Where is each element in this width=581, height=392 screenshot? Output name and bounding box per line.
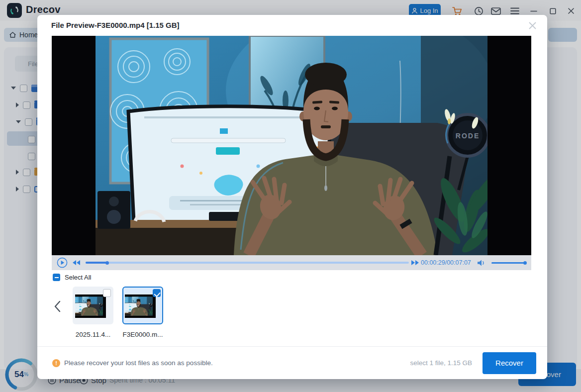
- volume-icon[interactable]: [478, 260, 485, 266]
- player-controls: 00:00:29/00:07:07: [52, 255, 531, 270]
- volume-slider[interactable]: [491, 262, 525, 264]
- forward-button[interactable]: [411, 260, 419, 265]
- thumbnail-filename: F3E0000.m...: [118, 331, 168, 338]
- thumbnail-checkbox[interactable]: [153, 289, 161, 297]
- time-display: 00:00:29/00:07:07: [421, 259, 476, 266]
- dialog-close-icon[interactable]: [526, 19, 539, 32]
- thumbnail-checkbox[interactable]: [103, 289, 111, 297]
- dialog-footer: Please recover your lost files as soon a…: [37, 346, 547, 379]
- video-preview[interactable]: [52, 36, 531, 255]
- thumbnail-image: [75, 294, 106, 318]
- app-window: Drecov Log In: [0, 0, 581, 392]
- selection-summary: select 1 file, 1.15 GB: [410, 359, 472, 367]
- carousel-prev-icon[interactable]: [52, 300, 62, 313]
- thumbnail-image: [125, 294, 156, 318]
- dialog-title: File Preview-F3E0000.mp4 [1.15 GB]: [51, 21, 180, 29]
- select-all-label: Select All: [65, 274, 91, 281]
- select-all-checkbox[interactable]: [53, 274, 60, 281]
- recover-button[interactable]: Recover: [483, 352, 536, 374]
- thumbnail-card-1[interactable]: [122, 287, 163, 324]
- video-progress-fill: [86, 262, 107, 264]
- seek-bar[interactable]: [86, 262, 409, 264]
- file-preview-dialog: File Preview-F3E0000.mp4 [1.15 GB] 00:00…: [37, 15, 547, 379]
- thumbnail-card-0[interactable]: [73, 287, 113, 324]
- warning-text: Please recover your lost files as soon a…: [64, 359, 213, 367]
- thumbnail-filename: 2025.11.4...: [68, 331, 118, 338]
- rewind-button[interactable]: [73, 260, 81, 265]
- volume-fill: [491, 262, 525, 264]
- volume-handle[interactable]: [523, 261, 527, 265]
- play-button[interactable]: [57, 257, 68, 268]
- warning-icon: [52, 359, 60, 367]
- seek-handle[interactable]: [105, 261, 109, 265]
